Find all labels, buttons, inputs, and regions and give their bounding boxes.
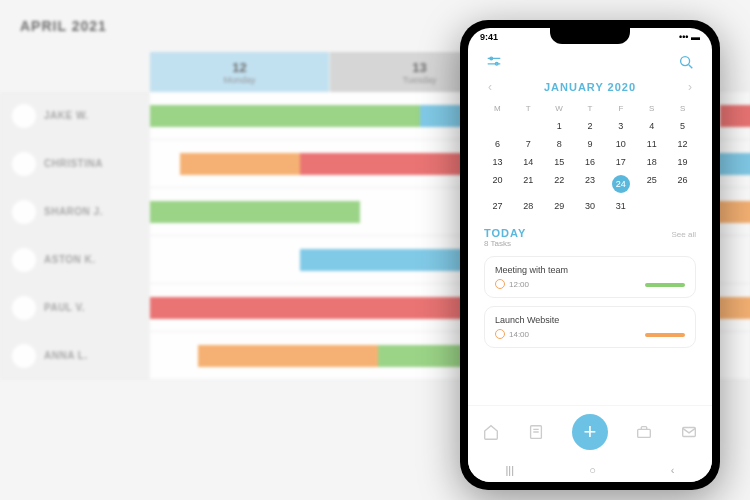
calendar-day[interactable]: 23 <box>575 171 606 197</box>
prev-month-icon[interactable]: ‹ <box>488 80 492 94</box>
android-nav-bar: ||| ○ ‹ <box>468 458 712 482</box>
android-recent-icon[interactable]: ||| <box>506 464 515 476</box>
avatar <box>12 296 36 320</box>
briefcase-icon[interactable] <box>635 423 653 441</box>
person-name: JAKE W. <box>44 110 89 121</box>
android-home-icon[interactable]: ○ <box>589 464 596 476</box>
mail-icon[interactable] <box>680 423 698 441</box>
svg-rect-10 <box>683 428 696 437</box>
android-back-icon[interactable]: ‹ <box>671 464 675 476</box>
calendar-day[interactable]: 9 <box>575 135 606 153</box>
list-icon[interactable] <box>527 423 545 441</box>
calendar-title: JANUARY 2020 <box>544 81 636 93</box>
person-name: PAUL V. <box>44 302 85 313</box>
next-month-icon[interactable]: › <box>688 80 692 94</box>
calendar-day[interactable]: 28 <box>513 197 544 215</box>
gantt-bar[interactable] <box>150 105 420 127</box>
calendar-day[interactable] <box>513 117 544 135</box>
calendar-day[interactable]: 1 <box>544 117 575 135</box>
day-column[interactable]: 12Monday <box>150 52 330 92</box>
calendar-day[interactable]: 10 <box>605 135 636 153</box>
calendar-day[interactable]: 6 <box>482 135 513 153</box>
calendar-day[interactable]: 16 <box>575 153 606 171</box>
calendar-day[interactable]: 5 <box>667 117 698 135</box>
calendar-day[interactable] <box>482 117 513 135</box>
gantt-bar[interactable] <box>150 201 360 223</box>
see-all-link[interactable]: See all <box>672 230 696 239</box>
filter-icon[interactable] <box>484 52 504 72</box>
avatar <box>12 104 36 128</box>
calendar-day[interactable] <box>667 197 698 215</box>
calendar-day[interactable]: 22 <box>544 171 575 197</box>
calendar-day[interactable]: 17 <box>605 153 636 171</box>
avatar <box>12 344 36 368</box>
add-button[interactable]: + <box>572 414 608 450</box>
gantt-bar[interactable] <box>180 153 300 175</box>
calendar-day[interactable]: 25 <box>636 171 667 197</box>
person-name: SHARON J. <box>44 206 103 217</box>
calendar-day[interactable]: 11 <box>636 135 667 153</box>
svg-point-4 <box>681 57 690 66</box>
today-subtitle: 8 Tasks <box>484 239 526 248</box>
avatar <box>12 200 36 224</box>
calendar-day[interactable]: 3 <box>605 117 636 135</box>
person-name: ASTON K. <box>44 254 96 265</box>
calendar-day[interactable]: 2 <box>575 117 606 135</box>
task-title: Meeting with team <box>495 265 685 275</box>
today-title: TODAY <box>484 227 526 239</box>
gantt-bar[interactable] <box>720 105 750 127</box>
svg-line-5 <box>689 65 693 69</box>
avatar <box>12 248 36 272</box>
calendar-day[interactable]: 4 <box>636 117 667 135</box>
search-icon[interactable] <box>676 52 696 72</box>
calendar-day[interactable]: 14 <box>513 153 544 171</box>
calendar-day[interactable]: 26 <box>667 171 698 197</box>
phone-mockup: 9:41 ••• ▬ ‹ JANUARY 2020 › MTWTFSS 1234… <box>460 20 720 490</box>
calendar-day[interactable]: 31 <box>605 197 636 215</box>
home-icon[interactable] <box>482 423 500 441</box>
task-card[interactable]: Meeting with team12:00 <box>484 256 696 298</box>
calendar-day[interactable]: 8 <box>544 135 575 153</box>
clock-icon <box>495 329 505 339</box>
task-card[interactable]: Launch Website14:00 <box>484 306 696 348</box>
calendar-day[interactable]: 27 <box>482 197 513 215</box>
calendar-day[interactable]: 13 <box>482 153 513 171</box>
person-name: CHRISTINA <box>44 158 103 169</box>
calendar-day[interactable]: 18 <box>636 153 667 171</box>
gantt-bar[interactable] <box>198 345 378 367</box>
calendar-day[interactable]: 19 <box>667 153 698 171</box>
calendar-day[interactable]: 30 <box>575 197 606 215</box>
calendar-day[interactable]: 12 <box>667 135 698 153</box>
calendar-day[interactable]: 21 <box>513 171 544 197</box>
task-title: Launch Website <box>495 315 685 325</box>
avatar <box>12 152 36 176</box>
svg-rect-9 <box>638 429 651 437</box>
calendar-day[interactable]: 7 <box>513 135 544 153</box>
calendar-day[interactable] <box>636 197 667 215</box>
calendar-day[interactable]: 24 <box>605 171 636 197</box>
clock-icon <box>495 279 505 289</box>
calendar-day[interactable]: 15 <box>544 153 575 171</box>
person-name: ANNA L. <box>44 350 88 361</box>
calendar-day[interactable]: 20 <box>482 171 513 197</box>
calendar-grid[interactable]: MTWTFSS 12345678910111213141516171819202… <box>468 96 712 223</box>
calendar-day[interactable]: 29 <box>544 197 575 215</box>
task-list: Meeting with team12:00Launch Website14:0… <box>484 256 696 348</box>
